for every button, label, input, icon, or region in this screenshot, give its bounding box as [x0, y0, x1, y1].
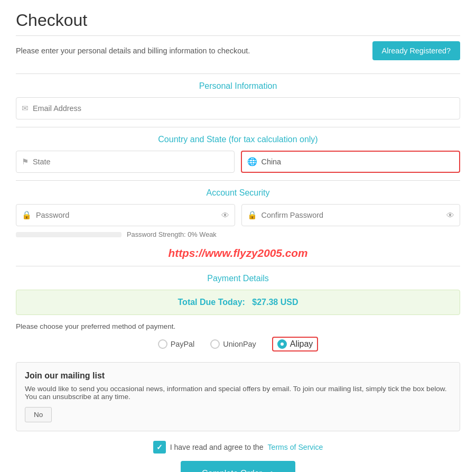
- terms-checkbox[interactable]: ✓: [153, 441, 166, 454]
- alipay-radio[interactable]: [277, 339, 287, 349]
- paypal-label: PayPal: [171, 340, 195, 348]
- country-state-title: Country and State (for tax calculation o…: [16, 135, 460, 144]
- watermark: https://www.flyzy2005.com: [16, 244, 460, 263]
- already-registered-button[interactable]: Already Registered?: [372, 41, 460, 60]
- confirm-password-eye-icon[interactable]: 👁: [446, 211, 454, 220]
- confirm-password-lock-icon: 🔒: [247, 210, 257, 220]
- complete-order-wrapper: Complete Order ➔: [16, 461, 460, 472]
- payment-section-title: Payment Details: [16, 274, 460, 283]
- password-input-wrapper: 🔒 👁: [16, 204, 235, 226]
- total-bar: Total Due Today: $27.38 USD: [16, 290, 460, 315]
- mailing-title: Join our mailing list: [25, 371, 451, 381]
- payment-methods: PayPal UnionPay Alipay: [16, 337, 460, 351]
- password-eye-icon[interactable]: 👁: [221, 211, 229, 220]
- password-strength-text: Password Strength: 0% Weak: [127, 230, 217, 238]
- paypal-option[interactable]: PayPal: [158, 337, 195, 351]
- terms-pre-text: I have read and agree to the: [170, 443, 264, 451]
- complete-order-label: Complete Order: [202, 469, 262, 473]
- password-strength-row: Password Strength: 0% Weak: [16, 230, 460, 238]
- email-input[interactable]: [33, 104, 454, 113]
- paypal-radio[interactable]: [158, 339, 167, 349]
- confirm-password-input-wrapper: 🔒 👁: [241, 204, 461, 226]
- mailing-list-box: Join our mailing list We would like to s…: [16, 362, 460, 431]
- globe-icon: 🌐: [247, 157, 257, 166]
- country-input-wrapper: 🌐: [241, 151, 461, 173]
- password-strength-bar: [16, 232, 122, 237]
- page-title: Checkout: [16, 11, 460, 30]
- terms-row: ✓ I have read and agree to the Terms of …: [16, 441, 460, 454]
- account-security-title: Account Security: [16, 188, 460, 198]
- complete-order-button[interactable]: Complete Order ➔: [181, 461, 295, 472]
- unionpay-option[interactable]: UnionPay: [210, 337, 256, 351]
- personal-info-title: Personal Information: [16, 81, 460, 91]
- password-input[interactable]: [36, 211, 217, 219]
- country-state-row: ⚑ 🌐: [16, 151, 460, 173]
- email-input-wrapper: ✉: [16, 97, 460, 119]
- alipay-label: Alipay: [290, 339, 313, 349]
- payment-prompt: Please choose your preferred method of p…: [16, 322, 460, 330]
- checkmark-icon: ✓: [156, 443, 163, 451]
- password-lock-icon: 🔒: [22, 210, 32, 220]
- confirm-password-input[interactable]: [262, 211, 443, 219]
- subtitle-text: Please enter your personal details and b…: [16, 47, 250, 55]
- unionpay-label: UnionPay: [223, 340, 256, 348]
- mailing-description: We would like to send you occasional new…: [25, 385, 451, 401]
- arrow-right-icon: ➔: [267, 468, 274, 472]
- state-icon: ⚑: [22, 157, 29, 166]
- alipay-option-wrapper[interactable]: Alipay: [272, 337, 319, 351]
- state-input[interactable]: [33, 158, 229, 166]
- top-bar: Please enter your personal details and b…: [16, 41, 460, 66]
- email-icon: ✉: [22, 104, 29, 113]
- mailing-no-button[interactable]: No: [25, 407, 52, 422]
- country-input[interactable]: [262, 158, 454, 166]
- unionpay-radio[interactable]: [210, 339, 220, 349]
- state-input-wrapper: ⚑: [16, 151, 235, 173]
- terms-link[interactable]: Terms of Service: [268, 443, 323, 451]
- total-value: $27.38 USD: [252, 298, 298, 307]
- password-row: 🔒 👁 🔒 👁: [16, 204, 460, 226]
- total-label: Total Due Today:: [178, 298, 245, 307]
- payment-section: Total Due Today: $27.38 USD Please choos…: [16, 290, 460, 472]
